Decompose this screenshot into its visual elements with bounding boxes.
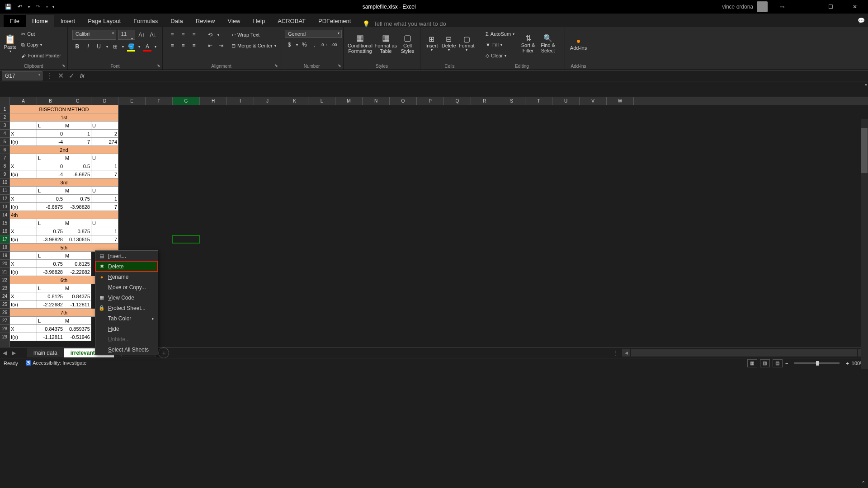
menu-protect-sheet[interactable]: 🔒Protect Sheet... bbox=[95, 303, 158, 313]
cell-W15[interactable] bbox=[607, 219, 634, 227]
cell-O22[interactable] bbox=[390, 276, 417, 284]
cell-H7[interactable] bbox=[200, 154, 227, 162]
cell-S11[interactable] bbox=[498, 187, 525, 195]
cell-N26[interactable] bbox=[363, 309, 390, 317]
cell-R2[interactable] bbox=[471, 113, 498, 122]
find-select-button[interactable]: 🔍Find & Select bbox=[538, 29, 558, 59]
cell-G24[interactable] bbox=[173, 292, 200, 300]
row-header-3[interactable]: 3 bbox=[0, 122, 9, 130]
column-header-Q[interactable]: Q bbox=[444, 97, 471, 105]
cell-S9[interactable] bbox=[498, 170, 525, 178]
cell-W4[interactable] bbox=[607, 130, 634, 138]
cell-M14[interactable] bbox=[335, 211, 363, 219]
cell-U11[interactable] bbox=[552, 187, 580, 195]
align-top-icon[interactable]: ≡ bbox=[167, 30, 177, 40]
font-color-dropdown-icon[interactable]: ▾ bbox=[153, 42, 158, 52]
cell-E5[interactable] bbox=[118, 138, 146, 146]
cell-O18[interactable] bbox=[390, 244, 417, 252]
cell-K13[interactable] bbox=[281, 203, 308, 211]
cell-J11[interactable] bbox=[254, 187, 281, 195]
cell-D5[interactable]: 274 bbox=[91, 138, 118, 146]
cell-V27[interactable] bbox=[580, 317, 607, 325]
cell-F4[interactable] bbox=[146, 130, 173, 138]
zoom-slider[interactable] bbox=[794, 362, 840, 364]
cell-M12[interactable] bbox=[335, 195, 363, 203]
cell-C3[interactable]: M bbox=[64, 122, 91, 130]
cell-H29[interactable] bbox=[200, 333, 227, 341]
cell-C7[interactable]: M bbox=[64, 154, 91, 162]
cell-R13[interactable] bbox=[471, 203, 498, 211]
italic-button[interactable]: I bbox=[83, 42, 93, 52]
cell-R14[interactable] bbox=[471, 211, 498, 219]
cell-T12[interactable] bbox=[525, 195, 552, 203]
cell-C16[interactable]: 0.875 bbox=[64, 227, 91, 235]
cell-J16[interactable] bbox=[254, 227, 281, 235]
cell-B4[interactable]: 0 bbox=[37, 130, 64, 138]
cell-L11[interactable] bbox=[308, 187, 335, 195]
cell-J29[interactable] bbox=[254, 333, 281, 341]
cell-I20[interactable] bbox=[227, 260, 254, 268]
cell-U28[interactable] bbox=[552, 325, 580, 333]
cell-N8[interactable] bbox=[363, 162, 390, 170]
cell-V24[interactable] bbox=[580, 292, 607, 300]
cell-T5[interactable] bbox=[525, 138, 552, 146]
cell-L2[interactable] bbox=[308, 113, 335, 122]
cell-U19[interactable] bbox=[552, 252, 580, 260]
cell-H26[interactable] bbox=[200, 309, 227, 317]
cell-A19[interactable] bbox=[10, 252, 37, 260]
cell-Q1[interactable] bbox=[444, 105, 471, 113]
cell-M25[interactable] bbox=[335, 300, 363, 309]
cell-V10[interactable] bbox=[580, 178, 607, 187]
cell-U14[interactable] bbox=[552, 211, 580, 219]
cell-T27[interactable] bbox=[525, 317, 552, 325]
cell-I27[interactable] bbox=[227, 317, 254, 325]
cell-S19[interactable] bbox=[498, 252, 525, 260]
cell-W25[interactable] bbox=[607, 300, 634, 309]
column-header-E[interactable]: E bbox=[118, 97, 146, 105]
cell-U21[interactable] bbox=[552, 268, 580, 276]
cell-I14[interactable] bbox=[227, 211, 254, 219]
cell-E17[interactable] bbox=[118, 235, 146, 244]
cell-M24[interactable] bbox=[335, 292, 363, 300]
cell-Q29[interactable] bbox=[444, 333, 471, 341]
cell-C4[interactable]: 1 bbox=[64, 130, 91, 138]
cell-H8[interactable] bbox=[200, 162, 227, 170]
cell-G17[interactable] bbox=[173, 235, 200, 244]
cell-B17[interactable]: -3.98828 bbox=[37, 235, 64, 244]
cell-A14[interactable]: 4th bbox=[10, 211, 118, 219]
cell-C20[interactable]: 0.8125 bbox=[64, 260, 91, 268]
cell-N4[interactable] bbox=[363, 130, 390, 138]
cell-L18[interactable] bbox=[308, 244, 335, 252]
cell-S22[interactable] bbox=[498, 276, 525, 284]
redo-dropdown-icon[interactable]: ▾ bbox=[44, 1, 50, 12]
cell-T25[interactable] bbox=[525, 300, 552, 309]
cell-J4[interactable] bbox=[254, 130, 281, 138]
cell-V8[interactable] bbox=[580, 162, 607, 170]
cell-J1[interactable] bbox=[254, 105, 281, 113]
cell-E7[interactable] bbox=[118, 154, 146, 162]
cell-P9[interactable] bbox=[417, 170, 444, 178]
wrap-text-button[interactable]: ↩Wrap Text bbox=[230, 30, 278, 40]
cell-W1[interactable] bbox=[607, 105, 634, 113]
cell-O17[interactable] bbox=[390, 235, 417, 244]
clipboard-dialog-launcher[interactable]: ⬊ bbox=[62, 63, 66, 68]
align-bottom-icon[interactable]: ≡ bbox=[189, 30, 199, 40]
cell-C19[interactable]: M bbox=[64, 252, 91, 260]
cell-L22[interactable] bbox=[308, 276, 335, 284]
cell-H6[interactable] bbox=[200, 146, 227, 154]
cell-A29[interactable]: f(x) bbox=[10, 333, 37, 341]
cell-A23[interactable] bbox=[10, 284, 37, 292]
cell-W28[interactable] bbox=[607, 325, 634, 333]
cell-W10[interactable] bbox=[607, 178, 634, 187]
cell-G6[interactable] bbox=[173, 146, 200, 154]
column-header-R[interactable]: R bbox=[471, 97, 498, 105]
cell-J15[interactable] bbox=[254, 219, 281, 227]
cell-O2[interactable] bbox=[390, 113, 417, 122]
cell-P5[interactable] bbox=[417, 138, 444, 146]
cell-G29[interactable] bbox=[173, 333, 200, 341]
cell-I29[interactable] bbox=[227, 333, 254, 341]
qat-customize-icon[interactable]: ▾ bbox=[51, 1, 56, 12]
cell-Q10[interactable] bbox=[444, 178, 471, 187]
cell-O11[interactable] bbox=[390, 187, 417, 195]
cell-T7[interactable] bbox=[525, 154, 552, 162]
